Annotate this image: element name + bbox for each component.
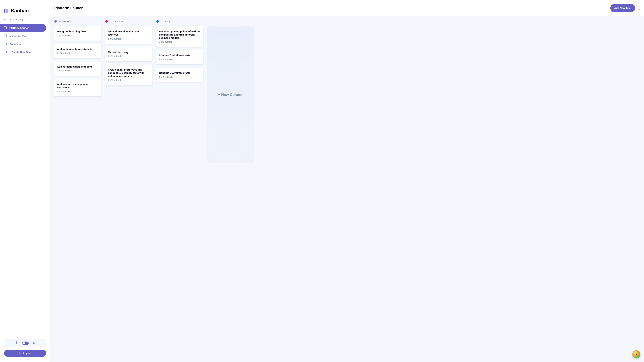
column-done: DONE (3) Research pricing points of vari…: [156, 20, 203, 82]
board-icon: [4, 34, 7, 37]
board-label: Roadmap: [10, 42, 21, 45]
topbar: Platform Launch Add New Task: [50, 0, 644, 16]
task-title: Design onboarding flow: [57, 30, 98, 33]
new-column-button[interactable]: + New Column: [207, 26, 254, 163]
board-columns: TODO (4) Design onboarding flow 0 of 1 s…: [50, 16, 644, 362]
column-title: DONE (3): [161, 20, 173, 23]
column-doing: DOING (3) QA and test all major user jou…: [105, 20, 152, 85]
logout-label: Logout: [23, 352, 31, 355]
sidebar: Kanban ALL BOARDS (3) Platform Launch Ma…: [0, 0, 50, 362]
task-title: QA and test all major user journeys: [108, 30, 150, 36]
sidebar-bottom: Logout: [0, 339, 50, 362]
cards: Research pricing points of various compe…: [156, 26, 203, 82]
board-icon: [4, 26, 7, 29]
board-list: Platform Launch Marketing Plan Roadmap +…: [0, 24, 50, 56]
board-icon: [4, 51, 7, 53]
column-title: DOING (3): [110, 20, 123, 23]
task-subtasks: 0 of 1 subtasks: [57, 34, 98, 37]
task-subtasks: 0 of 1 subtasks: [159, 41, 200, 43]
boards-heading: ALL BOARDS (3): [0, 16, 50, 24]
board-label: Marketing Plan: [10, 34, 27, 37]
create-new-board[interactable]: + Create New Board: [0, 48, 46, 56]
column-dot-icon: [156, 20, 159, 23]
floating-badge-icon[interactable]: [632, 350, 640, 358]
task-subtasks: 1 of 1 subtasks: [159, 76, 200, 78]
column-dot-icon: [54, 20, 57, 23]
task-card[interactable]: Conduct 5 wireframe tests 2 of 3 subtask…: [156, 50, 203, 64]
task-title: Create paper prototypes and conduct 10 u…: [108, 68, 150, 78]
task-title: Add account management endpoints: [57, 83, 98, 89]
sidebar-board-marketing-plan[interactable]: Marketing Plan: [0, 32, 46, 40]
sidebar-board-roadmap[interactable]: Roadmap: [0, 40, 46, 48]
task-subtasks: 2 of 2 subtasks: [57, 69, 98, 72]
add-new-task-button[interactable]: Add New Task: [610, 4, 635, 12]
column-dot-icon: [105, 20, 108, 23]
cards: Design onboarding flow 0 of 1 subtasks A…: [54, 26, 101, 96]
task-card[interactable]: Design onboarding flow 0 of 1 subtasks: [54, 26, 101, 40]
sidebar-board-platform-launch[interactable]: Platform Launch: [0, 24, 46, 32]
column-title: TODO (4): [59, 20, 71, 23]
task-subtasks: 1 of 2 subtasks: [57, 52, 98, 54]
page-title: Platform Launch: [54, 6, 84, 10]
task-subtasks: 2 of 3 subtasks: [108, 79, 150, 81]
board-menu-icon[interactable]: [639, 5, 640, 11]
app-logo: Kanban: [0, 0, 50, 16]
topbar-actions: Add New Task: [610, 4, 640, 12]
sun-icon: [15, 341, 18, 345]
cards: QA and test all major user journeys 1 of…: [105, 26, 152, 85]
task-subtasks: 2 of 3 subtasks: [159, 58, 200, 61]
logo-bars-icon: [4, 9, 8, 13]
column-header: DONE (3): [156, 20, 203, 23]
task-card[interactable]: Add account management endpoints 1 of 2 …: [54, 79, 101, 96]
column-todo: TODO (4) Design onboarding flow 0 of 1 s…: [54, 20, 101, 96]
logout-button[interactable]: Logout: [4, 350, 46, 357]
new-column-label: + New Column: [218, 92, 244, 97]
logout-icon: [19, 352, 22, 355]
column-header: TODO (4): [54, 20, 101, 23]
task-card[interactable]: Create paper prototypes and conduct 10 u…: [105, 64, 152, 85]
task-card[interactable]: Research pricing points of various compe…: [156, 26, 203, 47]
board-label: Platform Launch: [10, 26, 29, 29]
task-card[interactable]: Market discovery 1 of 1 subtasks: [105, 47, 152, 61]
main: Platform Launch Add New Task TODO (4) De…: [50, 0, 644, 362]
task-card[interactable]: Add authentication endpoints 1 of 2 subt…: [54, 44, 101, 58]
svg-point-1: [636, 353, 637, 354]
task-card[interactable]: Add authentication endpoints 2 of 2 subt…: [54, 61, 101, 76]
task-title: Add authentication endpoints: [57, 65, 98, 68]
create-board-label: + Create New Board: [10, 51, 33, 53]
task-title: Research pricing points of various compe…: [159, 30, 200, 39]
board-icon: [4, 42, 7, 45]
task-subtasks: 1 of 2 subtasks: [108, 38, 150, 40]
task-title: Market discovery: [108, 51, 150, 54]
moon-icon: [33, 342, 35, 345]
task-title: Conduct 5 wireframe tests: [159, 54, 200, 57]
task-subtasks: 1 of 2 subtasks: [57, 90, 98, 93]
task-title: Add authentication endpoints: [57, 48, 98, 51]
task-card[interactable]: Conduct 5 wireframe tests 1 of 1 subtask…: [156, 68, 203, 82]
app-name: Kanban: [11, 8, 29, 13]
task-title: Conduct 5 wireframe tests: [159, 71, 200, 75]
theme-toggle: [4, 339, 46, 347]
task-card[interactable]: QA and test all major user journeys 1 of…: [105, 26, 152, 44]
theme-switch[interactable]: [22, 342, 29, 345]
column-header: DOING (3): [105, 20, 152, 23]
task-subtasks: 1 of 1 subtasks: [108, 55, 150, 57]
